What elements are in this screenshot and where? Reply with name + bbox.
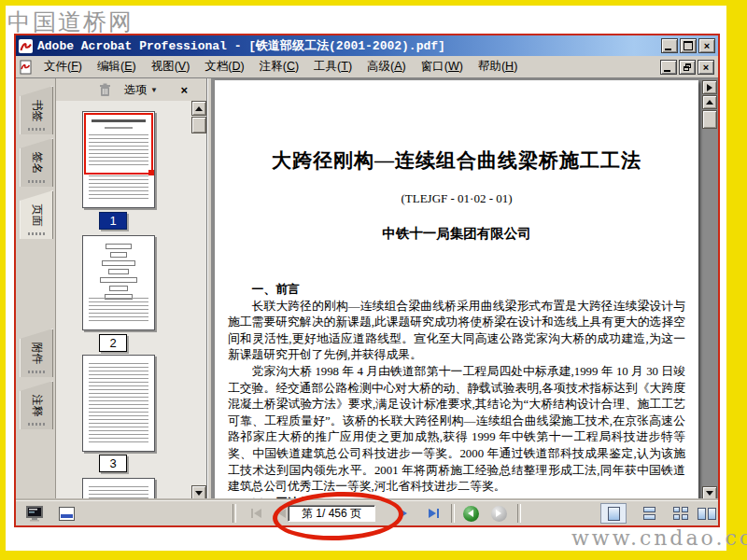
frame-border-bottom [0,551,747,560]
tab-bookmarks[interactable]: 书签 [20,86,53,134]
document-scrollbar-thumb[interactable] [702,110,717,129]
page-number-badge[interactable]: 1 [99,212,127,230]
section-heading-1: 一、前言 [228,282,685,299]
options-menu-button[interactable]: 选项 [124,82,147,98]
tab-attachments[interactable]: 附件 [20,329,53,377]
watermark-bottom-right: www.cndao.com [571,526,747,550]
scroll-down-icon[interactable] [191,485,206,500]
paragraph: 长联大跨径的刚构—连续组合梁曲线桥采用曲线梁形式布置是大跨径连续梁设计与施工需要… [228,299,685,364]
maximize-button[interactable] [680,38,697,53]
last-page-button[interactable] [423,504,444,523]
pdf-page: 大跨径刚构—连续组合曲线梁桥施工工法 (TLEJGF - 01·02 - 01)… [215,80,698,499]
scroll-down-icon[interactable] [702,486,717,500]
document-code: (TLEJGF - 01·02 - 01) [215,191,698,206]
doc-restore-button[interactable] [679,60,696,75]
title-bar: Adobe Acrobat Professional - [铁道部级工法(200… [16,35,718,56]
hide-toolbars-button[interactable] [55,504,78,523]
navigation-tab-strip: 书签 签名 页面 附件 注释 [16,78,56,501]
thumbnail-view-box[interactable] [84,113,153,175]
document-area: 大跨径刚构—连续组合曲线梁桥施工工法 (TLEJGF - 01·02 - 01)… [211,78,718,501]
pages-panel: 选项 ▼ × 1 [56,78,207,501]
pdf-document-icon [20,60,33,75]
full-screen-button[interactable] [23,504,46,523]
window-title: Adobe Acrobat Professional - [铁道部级工法(200… [37,37,445,54]
page-thumbnail-2[interactable] [82,235,155,330]
previous-view-button[interactable] [461,504,480,523]
menu-item-tools[interactable]: 工具T [306,57,359,77]
page-number-badge[interactable]: 2 [99,334,127,352]
menu-item-help[interactable]: 帮助H [471,57,525,77]
doc-close-button[interactable]: × [698,60,714,75]
document-company: 中铁十一局集团有限公司 [215,225,698,243]
document-scrollbar[interactable] [702,78,718,501]
tab-signatures[interactable]: 签名 [20,138,53,187]
menu-item-advanced[interactable]: 高级A [359,57,414,77]
single-page-layout-button[interactable] [600,503,627,524]
trash-icon[interactable] [99,83,111,97]
continuous-layout-button[interactable] [636,503,662,524]
menu-bar: 文件F 编辑E 视图V 文档D 注释C 工具T 高级A 窗口W 帮助H × [16,56,718,78]
menu-item-window[interactable]: 窗口W [414,57,471,77]
watermark-top-left: 中国道桥网 [7,7,134,37]
frame-border-top [0,0,747,6]
pages-panel-header: 选项 ▼ × [56,78,206,101]
paragraph: 党家沟大桥 1998 年 4 月由铁道部第十一工程局四处中标承建,1999 年 … [228,364,685,496]
menu-item-file[interactable]: 文件F [36,57,90,77]
menu-item-view[interactable]: 视图V [144,57,198,77]
main-area: 书签 签名 页面 附件 注释 选项 ▼ × [16,78,718,501]
first-page-button[interactable] [246,504,266,523]
continuous-facing-layout-button[interactable] [668,503,694,524]
page-thumbnail-1[interactable] [82,111,155,208]
menu-item-document[interactable]: 文档D [197,57,251,77]
tab-comments[interactable]: 注释 [20,381,53,429]
panel-scrollbar-thumb[interactable] [191,117,206,133]
scroll-up-icon[interactable] [191,101,206,116]
next-view-button[interactable] [489,504,508,523]
menu-item-edit[interactable]: 编辑E [90,57,144,77]
frame-border-left [0,0,6,560]
panel-scrollbar[interactable] [191,101,206,501]
close-button[interactable]: × [698,38,715,53]
acrobat-window: Adobe Acrobat Professional - [铁道部级工法(200… [14,34,720,527]
document-title: 大跨径刚构—连续组合曲线梁桥施工工法 [215,147,698,174]
scroll-up-icon[interactable] [702,95,717,109]
panel-close-icon[interactable]: × [180,83,188,97]
chevron-down-icon[interactable]: ▼ [150,86,158,94]
tab-pages[interactable]: 页面 [20,190,53,239]
acrobat-logo-icon [19,39,33,53]
expand-right-icon[interactable] [702,80,717,94]
document-body: 一、前言 长联大跨径的刚构—连续组合梁曲线桥采用曲线梁形式布置是大跨径连续梁设计… [228,282,685,499]
facing-layout-button[interactable] [694,503,720,524]
doc-minimize-button[interactable] [660,60,677,75]
menu-item-comments[interactable]: 注释C [252,57,306,77]
page-thumbnail-3[interactable] [82,355,155,452]
page-number-badge[interactable]: 3 [99,455,127,472]
minimize-button[interactable] [661,38,678,53]
frame-border-right [726,0,747,560]
